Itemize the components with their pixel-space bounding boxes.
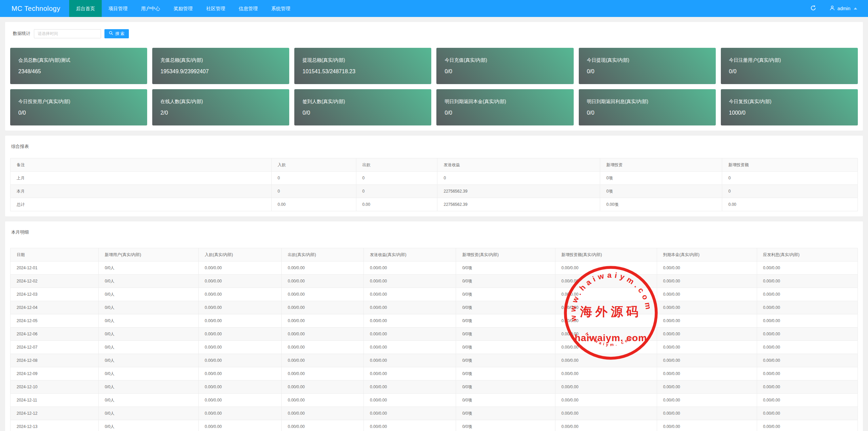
table-cell: 0.00/0.00 <box>555 275 657 288</box>
table-cell: 0/0项 <box>456 394 555 407</box>
column-header: 入款(真实/内部) <box>198 248 281 261</box>
nav-item[interactable]: 项目管理 <box>102 0 134 17</box>
date-range-input[interactable] <box>34 29 101 38</box>
stat-card: 提现总额(真实/内部)101541.53/248718.23 <box>294 48 431 84</box>
nav-item[interactable]: 系统管理 <box>264 0 297 17</box>
table-cell: 0.00/0.00 <box>657 314 757 328</box>
stat-card-title: 充值总额(真实/内部) <box>160 57 281 63</box>
table-cell: 0.00/0.00 <box>281 354 363 367</box>
table-cell: 0.00/0.00 <box>281 420 363 431</box>
table-cell: 0.00 <box>271 198 356 211</box>
table-cell: 2024-12-09 <box>11 367 99 380</box>
table-cell: 0.00/0.00 <box>757 407 857 420</box>
table-cell: 2024-12-11 <box>11 394 99 407</box>
table-cell: 2024-12-01 <box>11 261 99 275</box>
stat-card: 今日注册用户(真实/内部)0/0 <box>721 48 858 84</box>
refresh-button[interactable] <box>804 0 823 17</box>
table-cell: 0.00/0.00 <box>757 328 857 341</box>
stat-card-title: 会员总数(真实/内部)测试 <box>18 57 139 63</box>
table-row: 2024-12-060/0人0.00/0.000.00/0.000.00/0.0… <box>11 328 858 341</box>
table-row: 2024-12-070/0人0.00/0.000.00/0.000.00/0.0… <box>11 341 858 354</box>
stat-card-value: 1000/0 <box>729 110 850 116</box>
table-cell: 0/0项 <box>456 261 555 275</box>
table-cell: 0.00/0.00 <box>364 420 456 431</box>
stat-card: 今日提现(真实/内部)0/0 <box>579 48 716 84</box>
table-cell: 0/0项 <box>456 301 555 314</box>
table-header-row: 备注入款出款发送收益新增投资新增投资额 <box>11 158 858 172</box>
table-cell: 0/0人 <box>98 354 198 367</box>
table-row: 2024-12-130/0人0.00/0.000.00/0.000.00/0.0… <box>11 420 858 431</box>
nav-item[interactable]: 信息管理 <box>232 0 264 17</box>
stat-card: 会员总数(真实/内部)测试2348/465 <box>10 48 147 84</box>
table-cell: 0/0项 <box>456 420 555 431</box>
table-cell: 0.00/0.00 <box>657 301 757 314</box>
navbar-right: admin <box>804 0 868 17</box>
detail-title: 本月明细 <box>11 229 857 235</box>
table-cell: 本月 <box>11 185 272 198</box>
column-header: 新增投资额 <box>722 158 858 172</box>
nav-menu: 后台首页项目管理用户中心奖励管理社区管理信息管理系统管理 <box>69 0 297 17</box>
table-cell: 0.00/0.00 <box>281 261 363 275</box>
column-header: 应发利息(真实/内部) <box>757 248 857 261</box>
column-header: 日期 <box>11 248 99 261</box>
nav-item[interactable]: 用户中心 <box>134 0 167 17</box>
stat-card: 今日投资用户(真实/内部)0/0 <box>10 89 147 125</box>
table-cell: 0.00项 <box>600 198 722 211</box>
stat-card-title: 在线人数(真实/内部) <box>160 99 281 104</box>
stat-card-value: 2348/465 <box>18 68 139 75</box>
search-button-label: 搜 索 <box>115 31 124 37</box>
refresh-icon <box>810 5 816 13</box>
nav-item[interactable]: 奖励管理 <box>167 0 199 17</box>
username: admin <box>837 6 850 11</box>
column-header: 备注 <box>11 158 272 172</box>
table-cell: 0/0项 <box>456 407 555 420</box>
table-cell: 2024-12-04 <box>11 301 99 314</box>
stat-card-value: 101541.53/248718.23 <box>302 68 423 75</box>
table-cell: 0.00/0.00 <box>198 314 281 328</box>
table-cell: 2024-12-02 <box>11 275 99 288</box>
stat-card-value: 0/0 <box>18 110 139 116</box>
column-header: 到期本金(真实/内部) <box>657 248 757 261</box>
table-cell: 0.00/0.00 <box>198 394 281 407</box>
stat-card-title: 提现总额(真实/内部) <box>302 57 423 63</box>
table-cell: 0.00/0.00 <box>281 380 363 394</box>
user-menu[interactable]: admin <box>823 0 863 17</box>
table-cell: 2024-12-07 <box>11 341 99 354</box>
table-cell: 22756562.39 <box>437 198 600 211</box>
table-cell: 22756562.39 <box>437 185 600 198</box>
table-row: 2024-12-080/0人0.00/0.000.00/0.000.00/0.0… <box>11 354 858 367</box>
table-header-row: 日期新增用户(真实/内部)入款(真实/内部)出款(真实/内部)发送收益(真实/内… <box>11 248 858 261</box>
nav-item[interactable]: 后台首页 <box>69 0 102 17</box>
table-cell: 0.00/0.00 <box>657 341 757 354</box>
table-cell: 0.00/0.00 <box>555 341 657 354</box>
table-cell: 0 <box>356 172 437 185</box>
table-cell: 0/0人 <box>98 380 198 394</box>
table-cell: 0.00/0.00 <box>757 275 857 288</box>
table-cell: 0.00/0.00 <box>281 288 363 301</box>
table-cell: 0项 <box>600 172 722 185</box>
stat-card-value: 195349.9/23992407 <box>160 68 281 75</box>
table-cell: 0.00/0.00 <box>657 261 757 275</box>
stat-cards: 会员总数(真实/内部)测试2348/465充值总额(真实/内部)195349.9… <box>10 48 858 125</box>
stat-card-value: 0/0 <box>445 68 565 75</box>
table-cell: 0/0人 <box>98 367 198 380</box>
table-cell: 0.00/0.00 <box>657 394 757 407</box>
table-cell: 0.00/0.00 <box>281 314 363 328</box>
table-cell: 0/0项 <box>456 275 555 288</box>
stats-panel: 数据统计 搜 索 会员总数(真实/内部)测试2348/465充值总额(真实/内部… <box>5 22 863 131</box>
search-button[interactable]: 搜 索 <box>104 29 129 38</box>
table-cell: 2024-12-12 <box>11 407 99 420</box>
stat-card-value: 0/0 <box>445 110 565 116</box>
table-cell: 0.00/0.00 <box>555 288 657 301</box>
table-cell: 0 <box>271 172 356 185</box>
stat-card: 签到人数(真实/内部)0/0 <box>294 89 431 125</box>
detail-table: 日期新增用户(真实/内部)入款(真实/内部)出款(真实/内部)发送收益(真实/内… <box>10 248 858 431</box>
stat-card-title: 明日到期返回本金(真实/内部) <box>445 99 565 104</box>
table-cell: 0/0人 <box>98 288 198 301</box>
table-cell: 0.00/0.00 <box>657 275 757 288</box>
stat-card-title: 签到人数(真实/内部) <box>302 99 423 104</box>
column-header: 发送收益(真实/内部) <box>364 248 456 261</box>
nav-item[interactable]: 社区管理 <box>199 0 232 17</box>
summary-panel: 综合报表 备注入款出款发送收益新增投资新增投资额上月0000项0本月002275… <box>5 136 863 216</box>
table-cell: 0.00/0.00 <box>657 407 757 420</box>
